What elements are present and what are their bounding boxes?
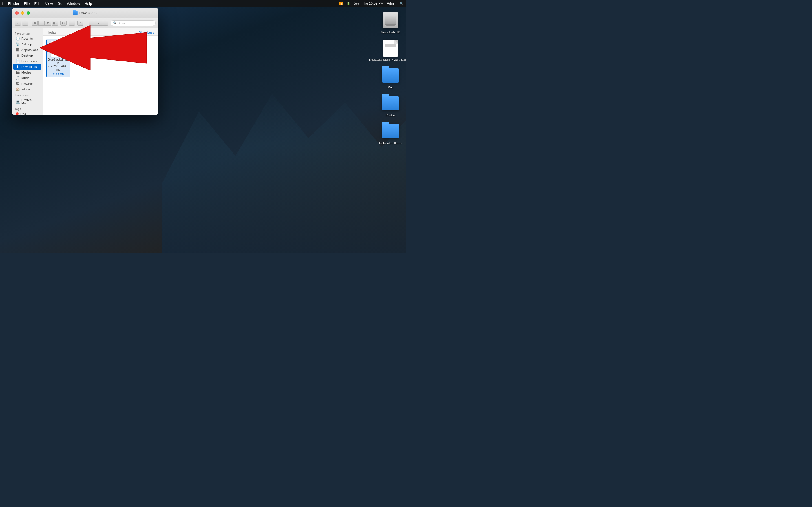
help-menu[interactable]: Help bbox=[84, 1, 92, 6]
datetime: Thu 10:59 PM bbox=[362, 1, 384, 5]
pictures-label: Pictures bbox=[21, 82, 33, 86]
back-button[interactable]: ‹ bbox=[15, 20, 21, 25]
share-button[interactable]: ↑ bbox=[69, 20, 75, 25]
recents-icon: 🕐 bbox=[16, 37, 20, 41]
finder-window: Downloads ‹ › ⊞ ☰ ⊟ ▦▾ ⚙▾ ↑ ⊙ ▾ 🔍 Search bbox=[12, 8, 158, 115]
toolbar: ‹ › ⊞ ☰ ⊟ ▦▾ ⚙▾ ↑ ⊙ ▾ 🔍 Search bbox=[12, 18, 158, 28]
tag-button[interactable]: ⊙ bbox=[77, 20, 84, 25]
admin-label: admin bbox=[21, 88, 30, 91]
file-lines bbox=[385, 44, 396, 48]
red-label: Red bbox=[20, 112, 26, 115]
applications-icon: 🅰 bbox=[16, 48, 20, 52]
relocated-label: Relocated Items bbox=[379, 142, 402, 145]
dmg-icon-body bbox=[53, 45, 64, 53]
go-menu[interactable]: Go bbox=[57, 1, 62, 6]
photos-folder-img bbox=[382, 94, 400, 112]
icon-view-button[interactable]: ⊞ bbox=[32, 20, 38, 25]
desktop:  Finder File Edit View Go Window Help 📶… bbox=[0, 0, 406, 253]
finder-content: Favourites 🕐 Recents 📡 AirDrop 🅰 Applica… bbox=[12, 28, 158, 115]
show-less-button[interactable]: Show Less bbox=[139, 31, 154, 34]
desktop-icon-mac[interactable]: Mac bbox=[379, 66, 402, 89]
path-button[interactable]: ▾ bbox=[89, 20, 108, 25]
nav-buttons: ‹ › bbox=[15, 20, 28, 25]
file-item-bluestacks[interactable]: BlueStacksInstalle r_4.210....446.dmg 61… bbox=[46, 39, 70, 77]
desktop-icon-photos[interactable]: Photos bbox=[379, 94, 402, 117]
bluestacks-filename: BlueStacksInstalle r_4.210....446.dmg bbox=[48, 58, 69, 71]
app-name[interactable]: Finder bbox=[8, 1, 19, 6]
file-line-3 bbox=[385, 47, 396, 47]
today-section-header: Today Show Less bbox=[43, 28, 158, 36]
sidebar-item-movies[interactable]: 🎬 Movies bbox=[13, 69, 42, 75]
mac-folder-icon bbox=[382, 68, 399, 82]
search-icon[interactable]: 🔍 bbox=[400, 2, 404, 5]
menubar:  Finder File Edit View Go Window Help 📶… bbox=[0, 0, 406, 7]
dmg-file-icon bbox=[383, 40, 398, 57]
list-view-button[interactable]: ☰ bbox=[38, 20, 45, 25]
sidebar-item-desktop[interactable]: 🖥 Desktop bbox=[13, 53, 42, 58]
maximize-button[interactable] bbox=[27, 11, 30, 15]
today-label: Today bbox=[47, 31, 56, 34]
minimize-button[interactable] bbox=[21, 11, 24, 15]
sidebar-item-admin[interactable]: 🏠 admin bbox=[13, 87, 42, 92]
search-bar[interactable]: 🔍 Search bbox=[110, 20, 156, 26]
file-area: Today Show Less bbox=[43, 28, 158, 115]
relocated-folder-icon bbox=[382, 124, 399, 138]
locations-header: Locations bbox=[12, 92, 43, 98]
forward-button[interactable]: › bbox=[22, 20, 28, 25]
desktop-icon-sidebar: 🖥 bbox=[16, 54, 20, 57]
sidebar-item-music[interactable]: 🎵 Music bbox=[13, 75, 42, 81]
search-placeholder: Search bbox=[117, 21, 128, 25]
sidebar-item-recents[interactable]: 🕐 Recents bbox=[13, 36, 42, 41]
favourites-header: Favourites bbox=[12, 31, 43, 36]
view-buttons: ⊞ ☰ ⊟ ▦▾ bbox=[32, 20, 58, 25]
edit-menu[interactable]: Edit bbox=[34, 1, 40, 6]
sidebar-item-pratiks-mac[interactable]: 💻 Pratik's Mac... bbox=[13, 98, 42, 106]
desktop-label: Desktop bbox=[21, 54, 33, 57]
wifi-icon: 📶 bbox=[339, 2, 343, 5]
airdrop-label: AirDrop bbox=[21, 43, 32, 46]
applications-label: Applications bbox=[21, 48, 38, 52]
relocated-folder-img bbox=[382, 122, 400, 140]
bluestacks-filesize: 617.1 MB bbox=[53, 73, 64, 75]
dmg-file-icon-img bbox=[382, 39, 400, 57]
sidebar-item-pictures[interactable]: 🖼 Pictures bbox=[13, 81, 42, 87]
window-menu[interactable]: Window bbox=[67, 1, 80, 6]
sidebar-item-documents[interactable]: 📄 Documents bbox=[13, 58, 42, 64]
photos-folder-label: Photos bbox=[386, 114, 395, 117]
desktop-icon-macintosh-hd[interactable]: Macintosh HD bbox=[379, 11, 402, 34]
pictures-icon: 🖼 bbox=[16, 82, 20, 86]
action-button[interactable]: ⚙▾ bbox=[60, 20, 66, 25]
photos-folder-icon bbox=[382, 96, 399, 110]
window-title: Downloads bbox=[79, 11, 97, 15]
movies-icon: 🎬 bbox=[16, 70, 20, 74]
sidebar-item-downloads[interactable]: ⬇ Downloads bbox=[13, 64, 42, 69]
sidebar-item-applications[interactable]: 🅰 Applications bbox=[13, 47, 42, 53]
gallery-view-button[interactable]: ▦▾ bbox=[52, 20, 58, 25]
pratiks-mac-label: Pratik's Mac... bbox=[21, 98, 39, 105]
desktop-icon-relocated[interactable]: Relocated Items bbox=[379, 122, 402, 145]
titlebar-folder-icon bbox=[73, 11, 78, 15]
file-menu[interactable]: File bbox=[24, 1, 30, 6]
file-line-2 bbox=[385, 45, 396, 46]
desktop-icons: Macintosh HD BlueStacksInstaller_4.210..… bbox=[378, 11, 403, 145]
movies-label: Movies bbox=[21, 71, 31, 74]
bluestacks-dmg-icon bbox=[50, 41, 66, 57]
view-menu[interactable]: View bbox=[45, 1, 53, 6]
file-line-4 bbox=[385, 48, 396, 48]
music-icon: 🎵 bbox=[16, 76, 20, 80]
sidebar-tag-red[interactable]: Red bbox=[13, 111, 42, 115]
battery-percent: 5% bbox=[354, 1, 359, 5]
mac-folder-img bbox=[382, 66, 400, 84]
apple-menu[interactable]:  bbox=[2, 1, 4, 6]
hd-icon-img bbox=[382, 11, 400, 29]
svg-point-2 bbox=[59, 50, 60, 51]
column-view-button[interactable]: ⊟ bbox=[45, 20, 51, 25]
documents-icon: 📄 bbox=[16, 59, 20, 63]
desktop-icon-bluestacks-dmg[interactable]: BlueStacksInstaller_4.210....f735.dmg bbox=[378, 39, 403, 61]
sidebar-item-airdrop[interactable]: 📡 AirDrop bbox=[13, 41, 42, 47]
close-button[interactable] bbox=[15, 11, 18, 15]
titlebar: Downloads bbox=[12, 8, 158, 18]
downloads-icon: ⬇ bbox=[16, 65, 20, 69]
dmg-icon-drive bbox=[54, 46, 62, 52]
file-grid: BlueStacksInstalle r_4.210....446.dmg 61… bbox=[43, 36, 158, 81]
